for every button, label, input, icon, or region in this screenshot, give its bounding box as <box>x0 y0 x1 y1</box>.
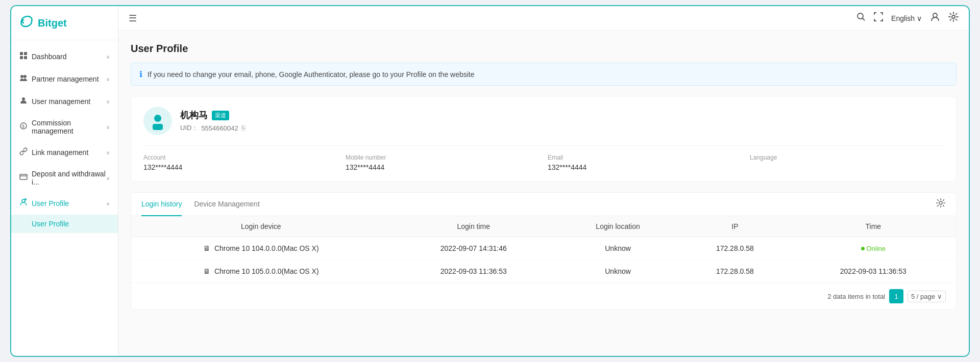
user-mgmt-icon <box>19 96 28 107</box>
profile-name: 机构马 <box>180 109 208 121</box>
field-email: Email 132****4444 <box>548 154 742 171</box>
tabs-header: Login history Device Management <box>131 193 956 216</box>
sidebar-item-link[interactable]: Link management ∨ <box>11 141 118 164</box>
sidebar-item-dashboard[interactable]: Dashboard ∨ <box>11 45 118 68</box>
menu-icon[interactable]: ☰ <box>129 13 137 24</box>
table-settings-icon[interactable] <box>936 193 946 216</box>
row1-login-time: 2022-09-07 14:31:46 <box>391 237 556 260</box>
settings-icon[interactable] <box>948 12 959 24</box>
svg-rect-3 <box>24 56 27 59</box>
commission-icon: $ <box>19 122 28 132</box>
profile-card: 机构马 渠道 UID： 5554660042 ⎘ Account 132****… <box>131 96 957 182</box>
uid-label: UID： <box>180 123 198 133</box>
table-wrapper: Login device Login time Login location I… <box>131 216 956 282</box>
tab-device-management[interactable]: Device Management <box>194 193 259 216</box>
account-label: Account <box>143 154 337 161</box>
copy-icon[interactable]: ⎘ <box>241 124 246 132</box>
col-device: Login device <box>131 216 391 237</box>
svg-text:$: $ <box>22 124 24 129</box>
svg-point-16 <box>933 13 937 17</box>
email-label: Email <box>548 154 742 161</box>
device-icon-2: 🖥 <box>203 267 210 275</box>
language-selector[interactable]: English ∨ <box>891 14 922 22</box>
page-title: User Profile <box>131 43 957 55</box>
profile-name-row: 机构马 渠道 <box>180 109 246 121</box>
pagination-page1[interactable]: 1 <box>889 289 903 303</box>
row1-location: Unknow <box>556 237 679 260</box>
field-mobile: Mobile number 132****4444 <box>346 154 540 171</box>
pagination-row: 2 data items in total 1 5 / page ∨ <box>131 282 956 309</box>
header: ☰ English ∨ <box>118 6 969 31</box>
field-account: Account 132****4444 <box>143 154 337 171</box>
fullscreen-icon[interactable] <box>874 12 883 24</box>
device-icon-1: 🖥 <box>203 244 210 252</box>
dashboard-arrow: ∨ <box>106 54 110 60</box>
row1-device: 🖥 Chrome 10 104.0.0.0(Mac OS X) <box>131 237 391 260</box>
avatar <box>143 107 172 135</box>
svg-rect-19 <box>153 124 163 130</box>
lang-arrow-icon: ∨ <box>917 14 922 22</box>
account-value: 132****4444 <box>143 163 337 171</box>
tab-login-history[interactable]: Login history <box>141 193 182 216</box>
sidebar-item-user[interactable]: User management ∨ <box>11 90 118 113</box>
app-container: Bitget Dashboard ∨ Partner management <box>10 5 970 357</box>
logo-text: Bitget <box>38 17 67 29</box>
dashboard-icon <box>19 51 28 62</box>
content: User Profile ℹ If you need to change you… <box>118 31 969 356</box>
row2-device: 🖥 Chrome 10 105.0.0.0(Mac OS X) <box>131 260 391 283</box>
sidebar-sublabel-userprofile: User Profile <box>32 220 69 228</box>
sidebar-label-dashboard: Dashboard <box>32 53 67 61</box>
table-header-row: Login device Login time Login location I… <box>131 216 956 237</box>
row2-status: 2022-09-03 11:36:53 <box>791 260 956 283</box>
profile-header: 机构马 渠道 UID： 5554660042 ⎘ <box>143 107 944 135</box>
info-icon: ℹ <box>139 69 142 79</box>
col-status: Time <box>791 216 956 237</box>
uid-row: UID： 5554660042 ⎘ <box>180 123 246 133</box>
field-language: Language <box>750 154 944 171</box>
sidebar-label-userprofile: User Profile <box>32 199 69 208</box>
deposit-arrow: ∨ <box>106 175 110 181</box>
col-location: Login location <box>556 216 679 237</box>
svg-point-17 <box>952 15 955 18</box>
partner-arrow: ∨ <box>106 76 110 82</box>
login-history-table: Login device Login time Login location I… <box>131 216 956 282</box>
sidebar-label-partner: Partner management <box>32 75 99 83</box>
svg-rect-1 <box>24 52 27 55</box>
header-left: ☰ <box>129 13 137 24</box>
per-page-arrow: ∨ <box>937 293 942 300</box>
sidebar-subitem-userprofile[interactable]: User Profile <box>11 215 118 233</box>
commission-arrow: ∨ <box>106 124 110 130</box>
online-dot <box>861 247 865 250</box>
mobile-value: 132****4444 <box>346 163 540 171</box>
per-page-select[interactable]: 5 / page ∨ <box>908 291 946 302</box>
svg-rect-9 <box>20 174 27 179</box>
link-icon <box>19 147 28 158</box>
language-label: English <box>891 14 915 22</box>
sidebar-item-deposit[interactable]: Deposit and withdrawal i... ∨ <box>11 164 118 192</box>
sidebar: Bitget Dashboard ∨ Partner management <box>11 6 118 356</box>
tabs-area: Login history Device Management Login de… <box>131 192 957 310</box>
partner-icon <box>19 74 28 84</box>
svg-point-20 <box>939 201 942 204</box>
svg-rect-0 <box>20 52 23 55</box>
mobile-label: Mobile number <box>346 154 540 161</box>
sidebar-label-deposit: Deposit and withdrawal i... <box>32 170 106 186</box>
info-banner: ℹ If you need to change your email, phon… <box>131 63 957 86</box>
svg-point-4 <box>20 75 23 78</box>
uid-value: 5554660042 <box>201 124 238 132</box>
language-field-label: Language <box>750 154 944 161</box>
sidebar-item-userprofile[interactable]: User Profile ∧ <box>11 192 118 215</box>
search-icon[interactable] <box>856 12 866 24</box>
svg-rect-2 <box>20 56 23 59</box>
email-value: 132****4444 <box>548 163 742 171</box>
svg-point-14 <box>857 13 863 19</box>
user-icon[interactable] <box>930 12 940 24</box>
sidebar-item-partner[interactable]: Partner management ∨ <box>11 68 118 90</box>
svg-point-18 <box>154 115 161 122</box>
row2-location: Unknow <box>556 260 679 283</box>
sidebar-item-commission[interactable]: $ Commission management ∨ <box>11 113 118 141</box>
info-text: If you need to change your email, phone,… <box>148 70 475 79</box>
online-badge: Online <box>801 245 946 252</box>
user-arrow: ∨ <box>106 99 110 105</box>
nav-items: Dashboard ∨ Partner management ∨ <box>11 40 118 356</box>
